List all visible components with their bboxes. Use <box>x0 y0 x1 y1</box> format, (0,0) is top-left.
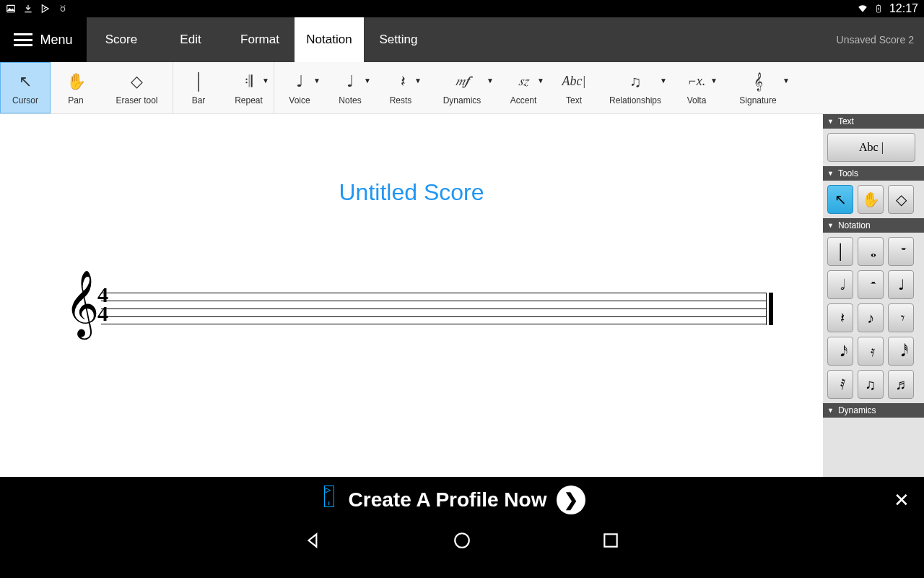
tool-voice[interactable]: ♩▼Voice <box>274 62 325 113</box>
tab-setting[interactable]: Setting <box>364 17 433 62</box>
ad-content[interactable]: Create A Profile Now ❯ <box>324 486 601 514</box>
side-notation-button[interactable]: 𝄿 <box>858 337 884 366</box>
notation-toolbar: ↖Cursor✋Pan◇Eraser tool│Bar𝄇▼Repeat♩▼Voi… <box>0 62 924 114</box>
side-notation-button[interactable]: ♪ <box>858 303 884 332</box>
android-debug-icon <box>58 4 68 14</box>
tool-eraser-tool[interactable]: ◇Eraser tool <box>101 62 173 113</box>
tool-repeat[interactable]: 𝄇▼Repeat <box>224 62 274 113</box>
volta-icon: ⌐x. <box>688 71 706 92</box>
battery-charging-icon <box>873 4 884 14</box>
side-notation-button[interactable]: 𝅀 <box>827 370 853 399</box>
side-tool-button[interactable]: ↖ <box>827 185 853 214</box>
tool-volta[interactable]: ⌐x.▼Volta <box>671 62 722 113</box>
tool-relationships[interactable]: ♫▼Relationships <box>599 62 671 113</box>
bar-icon: │ <box>193 71 204 92</box>
tab-format[interactable]: Format <box>225 17 295 62</box>
dropdown-caret-icon: ▼ <box>537 77 544 85</box>
svg-rect-3 <box>878 5 879 6</box>
hamburger-icon <box>14 33 32 46</box>
side-section-tools-header[interactable]: ▼Tools <box>823 166 924 181</box>
tool-rests[interactable]: 𝄽▼Rests <box>375 62 426 113</box>
dropdown-caret-icon: ▼ <box>313 77 321 85</box>
tool-text[interactable]: Abc|Text <box>549 62 599 113</box>
side-section-notation-header[interactable]: ▼Notation <box>823 218 924 233</box>
score-canvas[interactable]: Untitled Score 𝄞 4 4 <box>0 114 823 477</box>
side-notation-button[interactable]: ♬ <box>888 370 914 399</box>
menu-button[interactable]: Menu <box>0 17 87 62</box>
dropdown-caret-icon: ▼ <box>262 77 269 85</box>
side-notation-button[interactable]: 𝄼 <box>858 270 884 299</box>
side-notation-button[interactable]: 𝄾 <box>888 303 914 332</box>
ad-badge-icon <box>324 486 334 507</box>
side-notation-button[interactable]: ♩ <box>888 270 914 299</box>
tool-pan[interactable]: ✋Pan <box>51 62 101 113</box>
text-icon: Abc| <box>562 71 586 92</box>
tool-cursor[interactable]: ↖Cursor <box>0 62 51 113</box>
tool-label: Text <box>566 95 582 105</box>
tool-label: Notes <box>339 95 361 105</box>
dynamics-icon: 𝆐𝆑 <box>456 71 469 92</box>
side-notation-button[interactable]: 𝄽 <box>827 303 853 332</box>
signature-icon: 𝄞 <box>754 71 763 92</box>
side-notation-button[interactable]: 𝅘𝅥𝅰 <box>888 337 914 366</box>
tab-notation[interactable]: Notation <box>295 17 364 62</box>
notes-icon: ♩ <box>346 71 354 92</box>
ad-banner: Create A Profile Now ❯ ✕ <box>0 477 924 523</box>
tab-edit[interactable]: Edit <box>156 17 225 62</box>
tool-label: Pan <box>68 95 83 105</box>
tool-label: Rests <box>390 95 412 105</box>
nav-recent-button[interactable] <box>601 531 620 553</box>
collapse-icon: ▼ <box>827 118 834 125</box>
side-tool-button[interactable]: ✋ <box>858 185 884 214</box>
nav-home-button[interactable] <box>453 531 471 553</box>
nav-back-button[interactable] <box>304 531 323 553</box>
side-tool-button[interactable]: ◇ <box>888 185 914 214</box>
dropdown-caret-icon: ▼ <box>710 77 718 85</box>
tool-label: Repeat <box>235 95 263 105</box>
collapse-icon: ▼ <box>827 222 834 229</box>
relationships-icon: ♫ <box>629 71 642 92</box>
tool-label: Dynamics <box>443 95 481 105</box>
tool-dynamics[interactable]: 𝆐𝆑▼Dynamics <box>426 62 498 113</box>
tool-bar[interactable]: │Bar <box>173 62 224 113</box>
staff-lines <box>101 293 772 324</box>
side-notation-button[interactable]: 𝅗𝅥 <box>827 270 853 299</box>
tool-label: Bar <box>192 95 206 105</box>
side-notation-button[interactable]: 𝅘𝅥𝅯 <box>827 337 853 366</box>
main-area: Untitled Score 𝄞 4 4 ▼Text Abc | ▼Tools … <box>0 114 924 477</box>
side-section-text-header[interactable]: ▼Text <box>823 114 924 129</box>
ad-text: Create A Profile Now <box>349 488 547 512</box>
dropdown-caret-icon: ▼ <box>660 77 667 85</box>
side-notation-button[interactable]: 𝅝 <box>858 237 884 266</box>
pan-icon: ✋ <box>66 71 86 92</box>
tool-label: Relationships <box>609 95 661 105</box>
accent-icon: 𝆍𝆎 <box>518 71 528 92</box>
svg-rect-0 <box>7 5 15 12</box>
tab-score[interactable]: Score <box>87 17 156 62</box>
side-notation-button[interactable]: │ <box>827 237 853 266</box>
tool-signature[interactable]: 𝄞▼Signature <box>722 62 794 113</box>
tool-label: Accent <box>510 95 537 105</box>
android-nav-bar <box>0 523 924 561</box>
side-notation-button[interactable]: ♫ <box>858 370 884 399</box>
menu-bar: Menu Score Edit Format Notation Setting … <box>0 17 924 62</box>
status-time: 12:17 <box>889 2 918 15</box>
svg-point-1 <box>61 7 65 12</box>
play-store-icon <box>40 4 51 14</box>
svg-point-4 <box>455 533 469 548</box>
dropdown-caret-icon: ▼ <box>783 77 790 85</box>
side-section-dynamics-header[interactable]: ▼Dynamics <box>823 403 924 418</box>
tool-accent[interactable]: 𝆍𝆎▼Accent <box>498 62 549 113</box>
side-notation-button[interactable]: 𝄻 <box>888 237 914 266</box>
dropdown-caret-icon: ▼ <box>487 77 494 85</box>
dropdown-caret-icon: ▼ <box>414 77 422 85</box>
tool-notes[interactable]: ♩▼Notes <box>325 62 375 113</box>
collapse-icon: ▼ <box>827 170 834 177</box>
wifi-icon <box>858 4 868 14</box>
tool-label: Cursor <box>12 95 38 105</box>
eraser-tool-icon: ◇ <box>131 71 143 92</box>
score-title[interactable]: Untitled Score <box>339 179 484 206</box>
tool-label: Volta <box>687 95 707 105</box>
ad-close-button[interactable]: ✕ <box>894 489 910 512</box>
side-text-button[interactable]: Abc | <box>827 133 915 162</box>
